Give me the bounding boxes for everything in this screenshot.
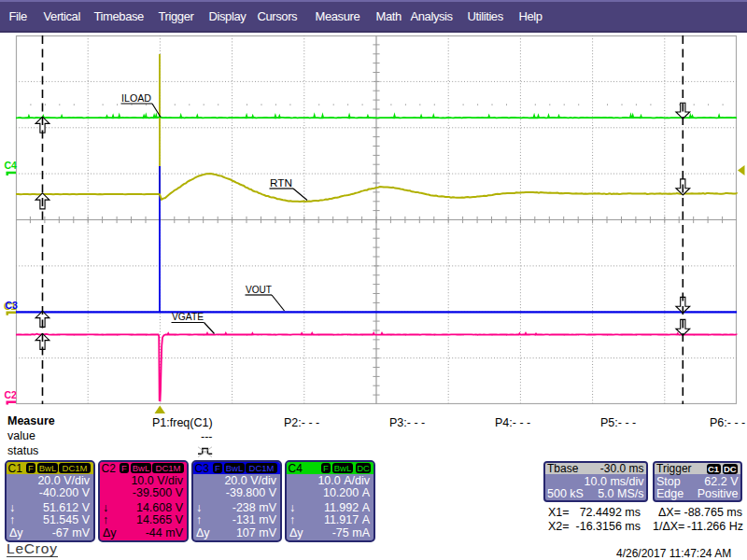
svg-text:ILOAD: ILOAD [121, 92, 151, 104]
svg-text:C3: C3 [6, 300, 19, 311]
svg-text:VGATE: VGATE [172, 311, 204, 322]
svg-text:RTN: RTN [270, 177, 292, 189]
svg-text:VOUT: VOUT [246, 284, 272, 295]
svg-text:C4: C4 [5, 160, 18, 171]
svg-text:C2: C2 [5, 389, 18, 400]
